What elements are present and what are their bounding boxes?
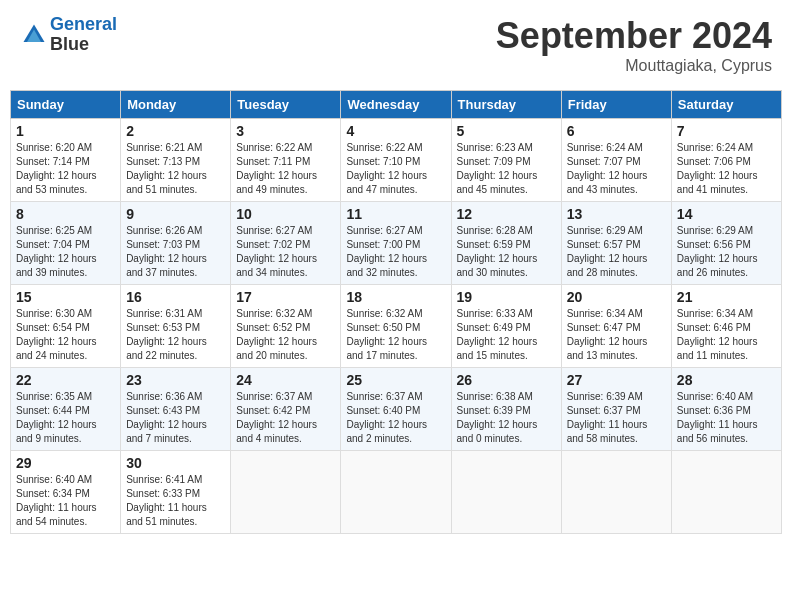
calendar-cell: 17Sunrise: 6:32 AMSunset: 6:52 PMDayligh… bbox=[231, 285, 341, 368]
weekday-header: Thursday bbox=[451, 91, 561, 119]
day-info: Sunrise: 6:25 AMSunset: 7:04 PMDaylight:… bbox=[16, 224, 115, 280]
day-info: Sunrise: 6:35 AMSunset: 6:44 PMDaylight:… bbox=[16, 390, 115, 446]
day-number: 28 bbox=[677, 372, 776, 388]
calendar-cell: 9Sunrise: 6:26 AMSunset: 7:03 PMDaylight… bbox=[121, 202, 231, 285]
calendar-header: SundayMondayTuesdayWednesdayThursdayFrid… bbox=[11, 91, 782, 119]
day-number: 14 bbox=[677, 206, 776, 222]
day-info: Sunrise: 6:29 AMSunset: 6:56 PMDaylight:… bbox=[677, 224, 776, 280]
month-title: September 2024 bbox=[496, 15, 772, 57]
day-number: 6 bbox=[567, 123, 666, 139]
calendar-cell: 25Sunrise: 6:37 AMSunset: 6:40 PMDayligh… bbox=[341, 368, 451, 451]
title-block: September 2024 Mouttagiaka, Cyprus bbox=[496, 15, 772, 75]
day-number: 4 bbox=[346, 123, 445, 139]
location: Mouttagiaka, Cyprus bbox=[496, 57, 772, 75]
day-number: 2 bbox=[126, 123, 225, 139]
day-info: Sunrise: 6:40 AMSunset: 6:36 PMDaylight:… bbox=[677, 390, 776, 446]
day-number: 20 bbox=[567, 289, 666, 305]
calendar-cell: 7Sunrise: 6:24 AMSunset: 7:06 PMDaylight… bbox=[671, 119, 781, 202]
day-number: 30 bbox=[126, 455, 225, 471]
day-info: Sunrise: 6:38 AMSunset: 6:39 PMDaylight:… bbox=[457, 390, 556, 446]
day-info: Sunrise: 6:27 AMSunset: 7:02 PMDaylight:… bbox=[236, 224, 335, 280]
day-number: 12 bbox=[457, 206, 556, 222]
calendar-cell bbox=[451, 451, 561, 534]
calendar-cell: 22Sunrise: 6:35 AMSunset: 6:44 PMDayligh… bbox=[11, 368, 121, 451]
day-number: 19 bbox=[457, 289, 556, 305]
day-number: 22 bbox=[16, 372, 115, 388]
day-number: 5 bbox=[457, 123, 556, 139]
day-info: Sunrise: 6:28 AMSunset: 6:59 PMDaylight:… bbox=[457, 224, 556, 280]
calendar-cell: 30Sunrise: 6:41 AMSunset: 6:33 PMDayligh… bbox=[121, 451, 231, 534]
calendar-cell: 12Sunrise: 6:28 AMSunset: 6:59 PMDayligh… bbox=[451, 202, 561, 285]
weekday-header: Sunday bbox=[11, 91, 121, 119]
calendar-cell: 13Sunrise: 6:29 AMSunset: 6:57 PMDayligh… bbox=[561, 202, 671, 285]
calendar-table: SundayMondayTuesdayWednesdayThursdayFrid… bbox=[10, 90, 782, 534]
day-info: Sunrise: 6:24 AMSunset: 7:06 PMDaylight:… bbox=[677, 141, 776, 197]
day-info: Sunrise: 6:24 AMSunset: 7:07 PMDaylight:… bbox=[567, 141, 666, 197]
day-info: Sunrise: 6:36 AMSunset: 6:43 PMDaylight:… bbox=[126, 390, 225, 446]
day-info: Sunrise: 6:33 AMSunset: 6:49 PMDaylight:… bbox=[457, 307, 556, 363]
calendar-week-row: 22Sunrise: 6:35 AMSunset: 6:44 PMDayligh… bbox=[11, 368, 782, 451]
day-number: 23 bbox=[126, 372, 225, 388]
calendar-cell: 3Sunrise: 6:22 AMSunset: 7:11 PMDaylight… bbox=[231, 119, 341, 202]
calendar-cell: 11Sunrise: 6:27 AMSunset: 7:00 PMDayligh… bbox=[341, 202, 451, 285]
calendar-cell: 14Sunrise: 6:29 AMSunset: 6:56 PMDayligh… bbox=[671, 202, 781, 285]
calendar-week-row: 8Sunrise: 6:25 AMSunset: 7:04 PMDaylight… bbox=[11, 202, 782, 285]
day-number: 8 bbox=[16, 206, 115, 222]
day-info: Sunrise: 6:31 AMSunset: 6:53 PMDaylight:… bbox=[126, 307, 225, 363]
calendar-cell: 24Sunrise: 6:37 AMSunset: 6:42 PMDayligh… bbox=[231, 368, 341, 451]
weekday-header: Friday bbox=[561, 91, 671, 119]
calendar-cell: 23Sunrise: 6:36 AMSunset: 6:43 PMDayligh… bbox=[121, 368, 231, 451]
logo-text: General Blue bbox=[50, 15, 117, 55]
day-info: Sunrise: 6:41 AMSunset: 6:33 PMDaylight:… bbox=[126, 473, 225, 529]
calendar-cell bbox=[341, 451, 451, 534]
day-number: 26 bbox=[457, 372, 556, 388]
day-info: Sunrise: 6:34 AMSunset: 6:46 PMDaylight:… bbox=[677, 307, 776, 363]
day-info: Sunrise: 6:22 AMSunset: 7:10 PMDaylight:… bbox=[346, 141, 445, 197]
calendar-cell: 10Sunrise: 6:27 AMSunset: 7:02 PMDayligh… bbox=[231, 202, 341, 285]
day-number: 24 bbox=[236, 372, 335, 388]
calendar-cell: 19Sunrise: 6:33 AMSunset: 6:49 PMDayligh… bbox=[451, 285, 561, 368]
day-info: Sunrise: 6:37 AMSunset: 6:40 PMDaylight:… bbox=[346, 390, 445, 446]
calendar-cell: 5Sunrise: 6:23 AMSunset: 7:09 PMDaylight… bbox=[451, 119, 561, 202]
weekday-header: Monday bbox=[121, 91, 231, 119]
day-number: 3 bbox=[236, 123, 335, 139]
day-number: 1 bbox=[16, 123, 115, 139]
calendar-cell: 1Sunrise: 6:20 AMSunset: 7:14 PMDaylight… bbox=[11, 119, 121, 202]
calendar-cell: 28Sunrise: 6:40 AMSunset: 6:36 PMDayligh… bbox=[671, 368, 781, 451]
logo: General Blue bbox=[20, 15, 117, 55]
day-info: Sunrise: 6:26 AMSunset: 7:03 PMDaylight:… bbox=[126, 224, 225, 280]
calendar-week-row: 29Sunrise: 6:40 AMSunset: 6:34 PMDayligh… bbox=[11, 451, 782, 534]
calendar-cell: 15Sunrise: 6:30 AMSunset: 6:54 PMDayligh… bbox=[11, 285, 121, 368]
calendar-cell bbox=[561, 451, 671, 534]
weekday-header: Wednesday bbox=[341, 91, 451, 119]
day-number: 11 bbox=[346, 206, 445, 222]
day-info: Sunrise: 6:39 AMSunset: 6:37 PMDaylight:… bbox=[567, 390, 666, 446]
calendar-cell: 8Sunrise: 6:25 AMSunset: 7:04 PMDaylight… bbox=[11, 202, 121, 285]
calendar-cell: 2Sunrise: 6:21 AMSunset: 7:13 PMDaylight… bbox=[121, 119, 231, 202]
day-info: Sunrise: 6:23 AMSunset: 7:09 PMDaylight:… bbox=[457, 141, 556, 197]
day-info: Sunrise: 6:29 AMSunset: 6:57 PMDaylight:… bbox=[567, 224, 666, 280]
page-header: General Blue September 2024 Mouttagiaka,… bbox=[10, 10, 782, 80]
calendar-week-row: 1Sunrise: 6:20 AMSunset: 7:14 PMDaylight… bbox=[11, 119, 782, 202]
day-info: Sunrise: 6:21 AMSunset: 7:13 PMDaylight:… bbox=[126, 141, 225, 197]
calendar-cell bbox=[231, 451, 341, 534]
calendar-week-row: 15Sunrise: 6:30 AMSunset: 6:54 PMDayligh… bbox=[11, 285, 782, 368]
calendar-cell: 20Sunrise: 6:34 AMSunset: 6:47 PMDayligh… bbox=[561, 285, 671, 368]
day-info: Sunrise: 6:22 AMSunset: 7:11 PMDaylight:… bbox=[236, 141, 335, 197]
day-info: Sunrise: 6:27 AMSunset: 7:00 PMDaylight:… bbox=[346, 224, 445, 280]
calendar-cell: 6Sunrise: 6:24 AMSunset: 7:07 PMDaylight… bbox=[561, 119, 671, 202]
calendar-cell bbox=[671, 451, 781, 534]
day-number: 15 bbox=[16, 289, 115, 305]
calendar-cell: 27Sunrise: 6:39 AMSunset: 6:37 PMDayligh… bbox=[561, 368, 671, 451]
calendar-cell: 4Sunrise: 6:22 AMSunset: 7:10 PMDaylight… bbox=[341, 119, 451, 202]
day-number: 16 bbox=[126, 289, 225, 305]
calendar-cell: 26Sunrise: 6:38 AMSunset: 6:39 PMDayligh… bbox=[451, 368, 561, 451]
day-number: 7 bbox=[677, 123, 776, 139]
day-number: 13 bbox=[567, 206, 666, 222]
calendar-cell: 16Sunrise: 6:31 AMSunset: 6:53 PMDayligh… bbox=[121, 285, 231, 368]
weekday-header: Tuesday bbox=[231, 91, 341, 119]
day-info: Sunrise: 6:32 AMSunset: 6:50 PMDaylight:… bbox=[346, 307, 445, 363]
day-info: Sunrise: 6:40 AMSunset: 6:34 PMDaylight:… bbox=[16, 473, 115, 529]
weekday-header: Saturday bbox=[671, 91, 781, 119]
day-number: 17 bbox=[236, 289, 335, 305]
